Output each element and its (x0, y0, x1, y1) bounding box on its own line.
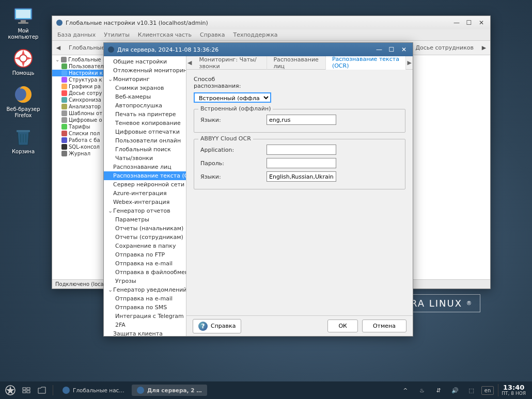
dialog-tree-item[interactable]: 2FA (104, 321, 186, 329)
taskbar-task[interactable]: Для сервера, 2 … (132, 385, 207, 396)
tree-item[interactable]: Журнал (52, 150, 103, 157)
desktop-icon-my-computer[interactable]: Мой компьютер (3, 5, 44, 40)
dialog-tree-item[interactable]: Общие настройки (104, 57, 186, 66)
abbyy-langs-input[interactable] (267, 171, 336, 182)
tree-item[interactable]: Синхрониза (52, 97, 103, 103)
cancel-button[interactable]: Отмена (362, 320, 406, 332)
builtin-langs-input[interactable] (267, 115, 336, 125)
desktop-icon-firefox[interactable]: Веб-браузер Firefox (3, 84, 44, 119)
dialog-tree-item[interactable]: Печать на принтере (104, 110, 186, 119)
dialog-tree-item[interactable]: Автопрослушка (104, 101, 186, 110)
dialog-tree-item[interactable]: Чаты/звонки (104, 154, 186, 163)
minimize-button[interactable]: — (374, 46, 384, 53)
dialog-tree-item[interactable]: ⌄Генератор уведомлений / 2FA (104, 285, 186, 294)
pass-label: Пароль: (200, 160, 262, 167)
tree-item[interactable]: ⌄Глобальные на (52, 56, 103, 63)
tree-item-icon (61, 151, 67, 156)
dialog-tree-item[interactable]: Теневое копирование (104, 119, 186, 127)
method-select[interactable]: Встроенный (оффлайн) (194, 92, 271, 103)
file-manager-button[interactable] (35, 384, 49, 397)
tree-item-icon (61, 104, 67, 109)
dialog-titlebar[interactable]: Для сервера, 2024-11-08 13:36:26 — ☐ ✕ (104, 43, 413, 56)
svg-rect-15 (27, 391, 30, 393)
tree-item-icon (61, 117, 67, 123)
dialog-tree-item[interactable]: Отправка на e-mail (104, 294, 186, 303)
tab-scroll-right[interactable]: ▶ (480, 44, 488, 51)
abbyy-pass-input[interactable] (267, 158, 336, 168)
close-button[interactable]: ✕ (477, 19, 486, 26)
tray-lang[interactable]: en (481, 386, 494, 395)
taskbar-task[interactable]: Глобальные нас… (57, 385, 130, 396)
menu-help[interactable]: Справка (200, 31, 225, 38)
tree-item[interactable]: Тарифы (52, 123, 103, 130)
dialog-tree-item[interactable]: Защита клиента (104, 329, 186, 336)
dialog-tree-item[interactable]: Отправка по FTP (104, 250, 186, 259)
dialog-tree-item[interactable]: Снимки экранов (104, 84, 186, 92)
app-icon (108, 46, 114, 53)
menu-database[interactable]: База данных (57, 31, 96, 38)
task-view-button[interactable] (20, 384, 33, 397)
dialog-tree-item[interactable]: Интеграция с Telegram (104, 312, 186, 321)
tree-item[interactable]: Шаблоны от (52, 110, 103, 117)
tree-item[interactable]: Пользовател (52, 63, 103, 70)
start-button[interactable] (3, 384, 18, 397)
dialog-tree-item[interactable]: Веб-камеры (104, 92, 186, 101)
dialog-tree-item[interactable]: ⌄Мониторинг (104, 75, 186, 84)
dialog-tree-item[interactable]: Отложенный мониторинг (104, 66, 186, 75)
tab[interactable]: Досье сотрудников (410, 42, 479, 53)
dialog-tree-item[interactable]: Глобальный поиск (104, 145, 186, 154)
dialog-tree-item[interactable]: Webex-интеграция (104, 198, 186, 206)
dialog-tree-item[interactable]: Azure-интеграция (104, 189, 186, 198)
dialog-tree-item[interactable]: Отчеты (начальникам) (104, 224, 186, 233)
desktop-icon-help[interactable]: Помощь (3, 47, 44, 76)
dialog-tree-item[interactable]: Отчеты (сотрудникам) (104, 233, 186, 242)
tree-item[interactable]: Работа с ба (52, 137, 103, 143)
close-button[interactable]: ✕ (399, 46, 409, 53)
dialog-tree-item[interactable]: Сохранение в папку (104, 242, 186, 250)
ocr-form: Способ распознавания: Встроенный (оффлай… (186, 70, 413, 315)
tray-up-icon[interactable]: ^ (399, 384, 412, 397)
menu-client[interactable]: Клиентская часть (138, 31, 192, 38)
desktop-icon-trash[interactable]: Корзина (3, 126, 44, 155)
main-titlebar[interactable]: Глобальные настройки v10.31 (localhost/a… (52, 16, 490, 29)
tree-item[interactable]: Списки пол (52, 130, 103, 137)
abbyy-app-input[interactable] (267, 145, 336, 155)
dialog-tree-item[interactable]: Параметры (104, 215, 186, 224)
ok-button[interactable]: ОК (327, 320, 357, 332)
dialog-tree-item[interactable]: Сервер нейронной сети (104, 180, 186, 189)
subtab-scroll-left[interactable]: ◀ (186, 59, 193, 66)
svg-rect-12 (23, 388, 26, 390)
subtab-scroll-right[interactable]: ▶ (406, 59, 413, 66)
tree-item[interactable]: SQL-консол (52, 143, 103, 150)
tree-item[interactable]: Настройки к (52, 70, 103, 76)
minimize-button[interactable]: — (452, 19, 461, 26)
tab-scroll-left[interactable]: ◀ (54, 44, 62, 51)
main-menubar: База данных Утилиты Клиентская часть Спр… (52, 29, 490, 41)
tray-volume-icon[interactable]: 🔊 (448, 384, 462, 397)
dialog-tree-item[interactable]: Пользователи онлайн (104, 136, 186, 145)
dialog-tree-item[interactable]: ⌄Генератор отчетов (104, 206, 186, 215)
maximize-button[interactable]: ☐ (387, 46, 396, 53)
tree-item[interactable]: Анализатор (52, 103, 103, 110)
dialog-tree-item[interactable]: Отправка по SMS (104, 303, 186, 312)
dialog-tree-item[interactable]: Отправка в файлообменник (104, 268, 186, 277)
tree-item[interactable]: Структура к (52, 76, 103, 83)
dialog-tree-item[interactable]: Угрозы (104, 277, 186, 285)
tray-network-icon[interactable]: ⬚ (465, 384, 478, 397)
tree-item[interactable]: Графики ра (52, 83, 103, 90)
tree-item[interactable]: Досье сотру (52, 90, 103, 97)
dialog-tree-item[interactable]: Цифровые отпечатки (104, 127, 186, 136)
svg-point-5 (20, 55, 27, 62)
help-button[interactable]: ? Справка (193, 319, 241, 333)
maximize-button[interactable]: ☐ (464, 19, 474, 26)
help-icon: ? (198, 322, 208, 331)
dialog-tree-item[interactable]: Распознавание текста (OCR) (104, 171, 186, 180)
dialog-tree-item[interactable]: Распознавание лиц (104, 163, 186, 171)
tray-flame-icon[interactable]: ♨ (415, 384, 429, 397)
dialog-tree-item[interactable]: Отправка на e-mail (104, 259, 186, 268)
menu-utilities[interactable]: Утилиты (104, 31, 130, 38)
tree-item[interactable]: Цифровые о (52, 117, 103, 123)
taskbar-clock[interactable]: 13:40 ПТ, 8 НОЯ (498, 384, 529, 396)
tray-usb-icon[interactable]: ⇵ (432, 384, 445, 397)
menu-support[interactable]: Техподдержка (233, 31, 277, 38)
